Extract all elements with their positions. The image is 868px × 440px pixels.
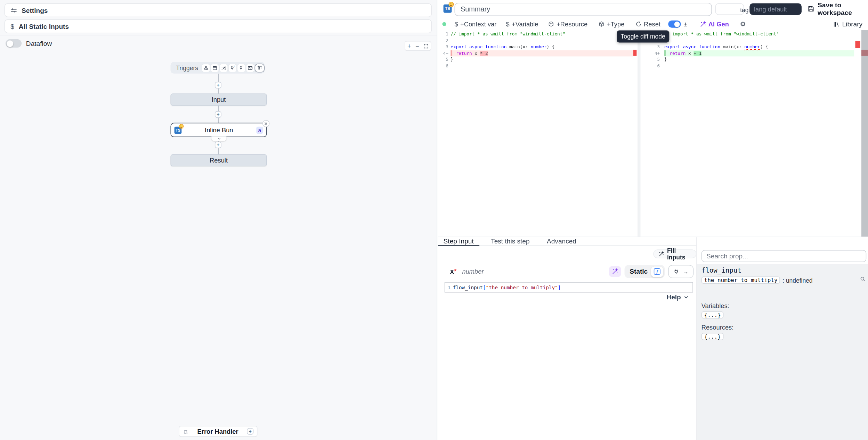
flow-canvas[interactable]: Settings $ All Static Inputs Dataflow + … (0, 0, 437, 440)
save-to-workspace-button[interactable]: Save to workspace (808, 4, 868, 14)
svg-text:+: + (242, 65, 244, 67)
diff-mode-toggle[interactable] (668, 20, 681, 28)
tab-advanced[interactable]: Advanced (541, 238, 582, 246)
line-number: 1 (445, 284, 453, 290)
expression-mode-button[interactable]: ƒ (651, 266, 663, 277)
code-line[interactable]: 6 (641, 63, 854, 69)
props-body: flow_input the number to multiply : unde… (697, 264, 868, 440)
code-line[interactable]: 5} (438, 57, 633, 63)
insert-step-button[interactable]: + (215, 142, 221, 148)
search-prop-input[interactable] (701, 250, 867, 262)
reset-button[interactable]: Reset (635, 21, 660, 27)
code-line[interactable]: 6 (438, 63, 633, 69)
ai-fill-button[interactable] (609, 266, 621, 277)
dataflow-toggle[interactable] (6, 39, 22, 48)
resources-chip[interactable]: {...} (701, 333, 724, 340)
plug-icon (673, 268, 679, 275)
typescript-icon: TS (444, 5, 452, 13)
diff-editor-original[interactable]: 1// import * as wmill from "windmill-cli… (438, 31, 633, 69)
diff-editor[interactable]: 1// import * as wmill from "windmill-cli… (438, 30, 868, 237)
prop-row[interactable]: the number to multiply : undefined (701, 276, 864, 284)
zoom-out-button[interactable]: − (415, 43, 419, 49)
canvas-zoom-controls: + − (405, 41, 431, 51)
step-expand-button[interactable] (211, 136, 226, 141)
editor-sash[interactable] (638, 30, 641, 237)
add-resource-button[interactable]: +Resource (548, 21, 587, 27)
diff-editor-modified[interactable]: 1// import * as wmill from "windmill-cli… (641, 31, 854, 69)
dollar-icon: $ (10, 22, 14, 30)
typescript-icon: TS (175, 126, 182, 134)
expression-code[interactable]: flow_input["the number to multiply"] (453, 284, 561, 290)
dollar-icon: $ (454, 21, 458, 27)
summary-input[interactable] (454, 3, 712, 16)
code-line[interactable]: 4− return x * 2 (438, 50, 633, 57)
add-variable-button[interactable]: $ +Variable (506, 21, 538, 27)
code-line[interactable]: 1// import * as wmill from "windmill-cli… (438, 31, 633, 37)
code-line[interactable]: 2 (641, 38, 854, 44)
database-trigger-button[interactable]: + (237, 64, 245, 72)
http-route-trigger-button[interactable] (220, 64, 227, 72)
flow-input-node[interactable]: Input (170, 93, 267, 106)
static-mode-label[interactable]: Static (630, 268, 648, 275)
step-node-inline-bun[interactable]: TS Inline Bun a (170, 123, 267, 137)
expression-editor[interactable]: 1 flow_input["the number to multiply"] (445, 282, 693, 292)
flow-editor: Settings $ All Static Inputs Dataflow + … (0, 0, 868, 440)
flow-result-node[interactable]: Result (170, 154, 267, 166)
delete-step-button[interactable] (262, 120, 270, 127)
resources-label: Resources: (701, 324, 864, 331)
variables-label: Variables: (701, 302, 864, 309)
help-dropdown[interactable]: Help (666, 293, 689, 301)
tab-test-this-step[interactable]: Test this step (485, 238, 535, 246)
add-type-button[interactable]: +Type (599, 21, 624, 27)
add-context-var-button[interactable]: $ +Context var (454, 21, 496, 27)
diff-plusminus-button[interactable]: ± (684, 20, 688, 28)
gear-icon[interactable]: ⚙ (740, 20, 746, 28)
props-panel: flow_input the number to multiply : unde… (696, 237, 868, 440)
diff-deletion-marker (633, 50, 637, 56)
flow-settings-button[interactable]: Settings (5, 3, 432, 17)
tag-input[interactable] (749, 3, 802, 15)
connect-input-button[interactable]: → (668, 265, 693, 278)
step-cache-badge: a (256, 126, 263, 134)
sliders-icon (10, 7, 17, 14)
flow-settings-label: Settings (22, 6, 48, 14)
prop-value: : undefined (782, 277, 813, 283)
all-static-inputs-label: All Static Inputs (19, 22, 69, 30)
code-line[interactable]: 3export async function main(x: number) { (438, 44, 633, 50)
add-error-handler-button[interactable]: + (247, 428, 253, 435)
websocket-trigger-button[interactable]: ? (229, 64, 236, 72)
code-line[interactable]: 5} (641, 57, 854, 63)
prop-name-chip[interactable]: the number to multiply (701, 276, 780, 284)
error-handler-node[interactable]: Error Handler + (179, 426, 257, 437)
insert-step-button[interactable]: + (215, 111, 221, 118)
step-tabs: Step Input Test this step Advanced (438, 237, 697, 246)
email-trigger-button[interactable] (246, 64, 254, 72)
code-line[interactable]: 1// import * as wmill from "windmill-cli… (641, 31, 854, 37)
variables-chip[interactable]: {...} (701, 312, 724, 319)
magnifier-icon[interactable] (860, 276, 866, 282)
editor-scrollbar[interactable] (861, 30, 868, 237)
unlabeled-button[interactable] (715, 3, 744, 15)
webhook-trigger-button[interactable] (202, 64, 210, 72)
triggers-bar: Triggers ?+ (170, 62, 265, 73)
save-to-workspace-label: Save to workspace (818, 1, 868, 17)
all-static-inputs-button[interactable]: $ All Static Inputs (5, 19, 432, 33)
status-dot (442, 22, 446, 26)
library-button[interactable]: Library (833, 20, 862, 28)
zoom-in-button[interactable]: + (407, 43, 411, 49)
dataflow-label: Dataflow (26, 40, 52, 48)
code-line[interactable]: 4+ return x + 1 (641, 50, 854, 57)
argument-type: number (462, 268, 484, 275)
schedule-trigger-button[interactable] (211, 64, 219, 72)
package-icon (548, 21, 554, 27)
fill-inputs-button[interactable]: Fill inputs (653, 249, 696, 258)
fullscreen-icon[interactable] (423, 43, 428, 48)
insert-step-button[interactable]: + (215, 82, 221, 89)
ai-gen-button[interactable]: AI Gen (699, 21, 729, 27)
tab-step-input[interactable]: Step Input (438, 238, 479, 246)
code-line[interactable]: 3export async function main(x: number) { (641, 44, 854, 50)
code-line[interactable]: 2 (438, 38, 633, 44)
message-queue-trigger-button[interactable] (255, 64, 264, 72)
required-asterisk: * (454, 268, 457, 275)
flow-input-title: flow_input (701, 267, 864, 274)
